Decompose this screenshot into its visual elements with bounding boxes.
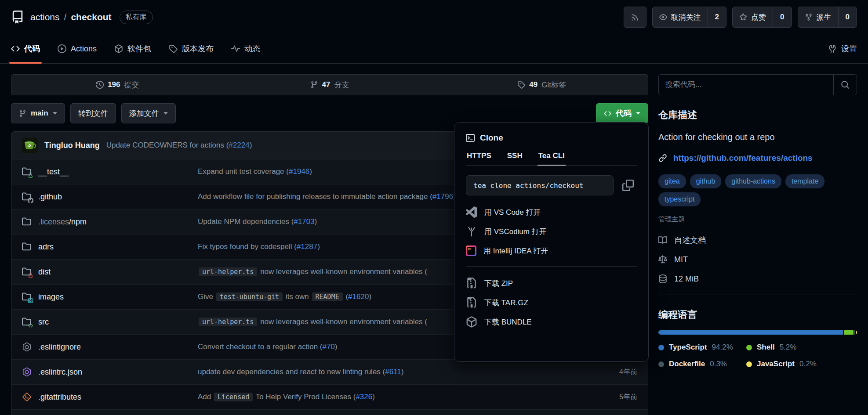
topic-tag-template[interactable]: template — [785, 174, 824, 188]
tab-activity[interactable]: 动态 — [231, 34, 260, 63]
issue-link[interactable]: #70 — [322, 343, 334, 351]
issue-link[interactable]: #1287 — [297, 242, 317, 251]
file-link[interactable]: src — [38, 318, 49, 327]
stat-label: 提交 — [124, 80, 139, 90]
stat-提交[interactable]: 196提交 — [11, 80, 224, 90]
github-overlay-icon — [28, 198, 33, 203]
file-name-cell: adrs — [22, 242, 198, 252]
menu-item-下载-zip[interactable]: 下载 ZIP — [466, 274, 637, 293]
star-button[interactable]: 点赞 — [733, 7, 773, 27]
repo-book-icon — [11, 11, 24, 24]
manage-topics-link[interactable]: 管理主题 — [658, 215, 857, 224]
topic-tag-gitea[interactable]: gitea — [658, 174, 686, 188]
topic-tag-github-actions[interactable]: github-actions — [725, 174, 781, 188]
legend-item-javascript[interactable]: JavaScript0.2% — [746, 357, 857, 371]
branch-selector[interactable]: main — [11, 103, 65, 123]
file-link[interactable]: .eslintrc.json — [38, 368, 82, 377]
avatar[interactable] — [22, 137, 38, 153]
file-name-cell: .eslintignore — [22, 342, 198, 352]
file-link[interactable]: .licenses/npm — [38, 217, 87, 227]
search-input[interactable] — [659, 75, 833, 95]
tab-label: 代码 — [24, 43, 40, 54]
code-dropdown-button[interactable]: 代码 — [596, 103, 648, 123]
star-icon — [739, 13, 747, 21]
table-row: .eslintrc.jsonupdate dev dependencies an… — [11, 359, 648, 384]
eslint-file-icon — [22, 342, 32, 352]
tab-code[interactable]: 代码 — [11, 34, 40, 63]
clone-command-input[interactable] — [466, 175, 614, 195]
language-legend: TypeScript94.2%Shell5.2%Dockerfile0.3%Ja… — [658, 341, 857, 371]
about-heading: 仓库描述 — [658, 108, 857, 122]
legend-item-dockerfile[interactable]: Dockerfile0.3% — [658, 357, 746, 371]
language-bar-segment-typescript — [658, 330, 843, 335]
tab-packages[interactable]: 软件包 — [114, 34, 151, 63]
meta-book[interactable]: 自述文档 — [658, 231, 857, 250]
tab-releases[interactable]: 版本发布 — [169, 34, 214, 63]
language-bar — [658, 330, 857, 335]
meta-label: 自述文档 — [674, 235, 706, 245]
package-icon — [114, 44, 123, 53]
history-icon — [96, 81, 104, 89]
copy-icon[interactable] — [622, 180, 634, 191]
issue-link[interactable]: #1796 — [432, 192, 453, 201]
stat-分支[interactable]: 47分支 — [224, 80, 436, 90]
book-icon — [658, 236, 667, 245]
issue-link[interactable]: #326 — [356, 393, 372, 401]
cube-icon — [466, 316, 477, 328]
file-link[interactable]: __test__ — [38, 167, 69, 177]
repo-owner-link[interactable]: actions — [30, 12, 60, 22]
issue-link[interactable]: #1620 — [348, 292, 369, 301]
tab-settings-label: 设置 — [841, 43, 857, 54]
meta-database[interactable]: 12 MiB — [658, 269, 857, 289]
tab-settings[interactable]: 设置 — [828, 34, 857, 63]
clone-tab-https[interactable]: HTTPS — [466, 152, 492, 165]
fork-button[interactable]: 派生 — [798, 7, 838, 27]
repo-name-link[interactable]: checkout — [71, 12, 111, 22]
topic-tag-typescript[interactable]: typescript — [658, 192, 701, 206]
stat-value: 196 — [108, 80, 120, 89]
stat-value: 49 — [529, 80, 538, 89]
website-link[interactable]: https://github.com/features/actions — [673, 153, 813, 163]
file-name-cell: .eslintrc.json — [22, 367, 198, 377]
legend-language-name: JavaScript — [757, 360, 795, 368]
file-link[interactable]: dist — [38, 267, 51, 277]
stat-Git标签[interactable]: 49Git标签 — [436, 80, 648, 90]
rss-button[interactable] — [624, 7, 646, 28]
intellij-idea-icon — [466, 245, 476, 256]
menu-item-下载-tar.gz[interactable]: 下载 TAR.GZ — [466, 293, 637, 312]
clone-tab-ssh[interactable]: SSH — [506, 152, 523, 165]
file-link[interactable]: .eslintignore — [38, 343, 81, 352]
search-button[interactable] — [833, 75, 857, 95]
menu-item-用-vs-code-打开[interactable]: 用 VS Code 打开 — [466, 202, 637, 222]
file-name-cell: .gitattributes — [22, 392, 198, 402]
issue-link[interactable]: #611 — [385, 368, 401, 376]
fork-count[interactable]: 0 — [838, 7, 857, 27]
file-link[interactable]: images — [38, 292, 64, 302]
file-commit-message: update dev dependencies and react to new… — [198, 368, 589, 376]
legend-item-shell[interactable]: Shell5.2% — [746, 341, 857, 354]
goto-file-button[interactable]: 转到文件 — [70, 103, 116, 123]
clone-tab-tea-cli[interactable]: Tea CLI — [538, 152, 566, 165]
menu-item-下载-bundle[interactable]: 下载 BUNDLE — [466, 312, 637, 332]
topic-tag-github[interactable]: github — [690, 174, 722, 188]
folder-icon — [22, 217, 32, 227]
folder-icon — [22, 292, 32, 302]
legend-item-typescript[interactable]: TypeScript94.2% — [658, 341, 746, 354]
watch-count[interactable]: 2 — [708, 7, 726, 27]
unwatch-button[interactable]: 取消关注 — [653, 7, 708, 27]
add-file-button[interactable]: 添加文件 — [121, 103, 176, 123]
file-link[interactable]: .github — [38, 192, 62, 202]
meta-label: 12 MiB — [674, 274, 699, 284]
file-link[interactable]: adrs — [38, 242, 54, 252]
commit-issue-link[interactable]: #2224 — [229, 141, 249, 149]
tab-actions[interactable]: Actions — [58, 34, 97, 63]
file-link[interactable]: .gitattributes — [38, 393, 81, 402]
menu-item-用-vscodium-打开[interactable]: 用 VSCodium 打开 — [466, 222, 637, 241]
star-count[interactable]: 0 — [773, 7, 791, 27]
menu-item-用-intellij-idea-打开[interactable]: 用 Intellij IDEA 打开 — [466, 241, 637, 260]
issue-link[interactable]: #1703 — [294, 217, 314, 226]
issue-link[interactable]: #1946 — [289, 167, 309, 176]
meta-law[interactable]: MIT — [658, 250, 857, 269]
commit-author[interactable]: Tingluo Huang — [44, 141, 100, 150]
vscodium-icon — [466, 226, 477, 237]
